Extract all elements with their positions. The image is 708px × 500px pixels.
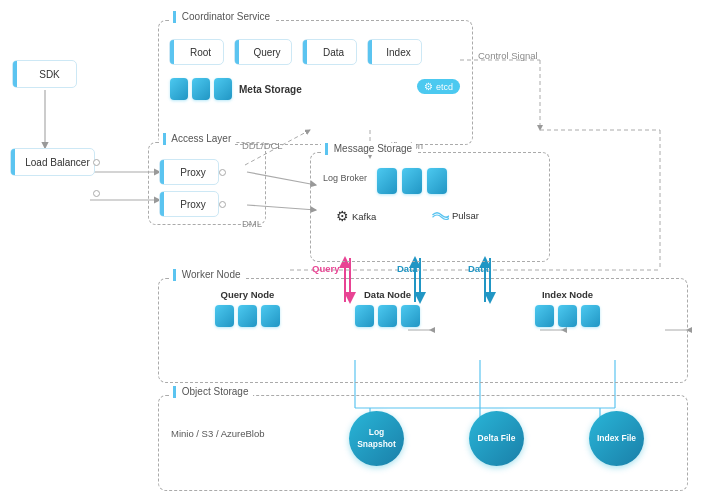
- data-arrow-label1: Data: [397, 263, 418, 274]
- sdk-label: SDK: [39, 69, 60, 80]
- query-arrow-label: Query: [312, 263, 339, 274]
- root-label: Root: [190, 47, 211, 58]
- worker-node-box: Worker Node Query Node Data Node Index N…: [158, 278, 688, 383]
- worker-node-label: Worker Node: [169, 269, 245, 281]
- proxy1-component: Proxy: [159, 159, 219, 185]
- etcd-label: etcd: [436, 82, 453, 92]
- index-node-area: Index Node: [534, 289, 601, 328]
- ddl-dcl-label: DDL/DCL: [242, 140, 283, 151]
- kafka-text: Kafka: [352, 211, 376, 222]
- pulsar-label: Pulsar: [431, 208, 479, 222]
- load-balancer-component: Load Balancer: [10, 148, 95, 176]
- data-node-label: Data Node: [354, 289, 421, 300]
- message-storage-label: Message Storage: [321, 143, 416, 155]
- lb-dot1: [93, 159, 100, 166]
- pulsar-text: Pulsar: [452, 210, 479, 221]
- index-file-label: Index File: [594, 430, 639, 447]
- etcd-badge: ⚙ etcd: [417, 79, 460, 94]
- log-broker-cylinders: [376, 167, 448, 195]
- log-broker-label: Log Broker: [323, 173, 367, 183]
- object-storage-label: Object Storage: [169, 386, 253, 398]
- proxy2-label: Proxy: [180, 199, 206, 210]
- message-storage-box: Message Storage Log Broker ⚙ Kafka Pulsa…: [310, 152, 550, 262]
- sdk-component: SDK: [12, 60, 77, 88]
- data-node-cylinders: [354, 304, 421, 328]
- data-node-area: Data Node: [354, 289, 421, 328]
- query-coord-component: Query: [234, 39, 292, 65]
- log-snapshot-label: Log Snapshot: [349, 424, 404, 452]
- lb-dot2: [93, 190, 100, 197]
- query-node-label: Query Node: [214, 289, 281, 300]
- index-file-area: Index File: [589, 411, 644, 466]
- delta-file-label: Delta File: [475, 430, 519, 447]
- data-coord-component: Data: [302, 39, 357, 65]
- delta-file-area: Delta File: [469, 411, 524, 466]
- query-node-cylinders: [214, 304, 281, 328]
- data-arrow-label2: Data: [468, 263, 489, 274]
- proxy2-dot: [219, 201, 226, 208]
- log-snapshot-area: Log Snapshot: [349, 411, 404, 466]
- diagram-container: SDK Load Balancer Coordinator Service Ro…: [0, 0, 708, 500]
- meta-storage-label: Meta Storage: [239, 84, 302, 95]
- root-component: Root: [169, 39, 224, 65]
- access-layer-label: Access Layer: [159, 133, 235, 145]
- access-layer-box: Access Layer Proxy Proxy: [148, 142, 266, 225]
- meta-storage-cylinders: [169, 77, 233, 101]
- kafka-label: ⚙ Kafka: [336, 208, 376, 224]
- proxy2-component: Proxy: [159, 191, 219, 217]
- query-coord-label: Query: [253, 47, 280, 58]
- query-node-area: Query Node: [214, 289, 281, 328]
- index-coord-component: Index: [367, 39, 422, 65]
- dml-label: DML: [242, 218, 262, 229]
- data-coord-label: Data: [323, 47, 344, 58]
- index-node-cylinders: [534, 304, 601, 328]
- proxy1-label: Proxy: [180, 167, 206, 178]
- load-balancer-label: Load Balancer: [25, 157, 90, 168]
- proxy1-dot: [219, 169, 226, 176]
- coordinator-label: Coordinator Service: [169, 11, 274, 23]
- coordinator-box: Coordinator Service Root Query Data Inde…: [158, 20, 473, 145]
- minio-label: Minio / S3 / AzureBlob: [171, 428, 264, 439]
- control-signal-label: Control Signal: [478, 50, 538, 61]
- index-node-label: Index Node: [534, 289, 601, 300]
- index-coord-label: Index: [386, 47, 410, 58]
- object-storage-box: Object Storage Minio / S3 / AzureBlob Lo…: [158, 395, 688, 491]
